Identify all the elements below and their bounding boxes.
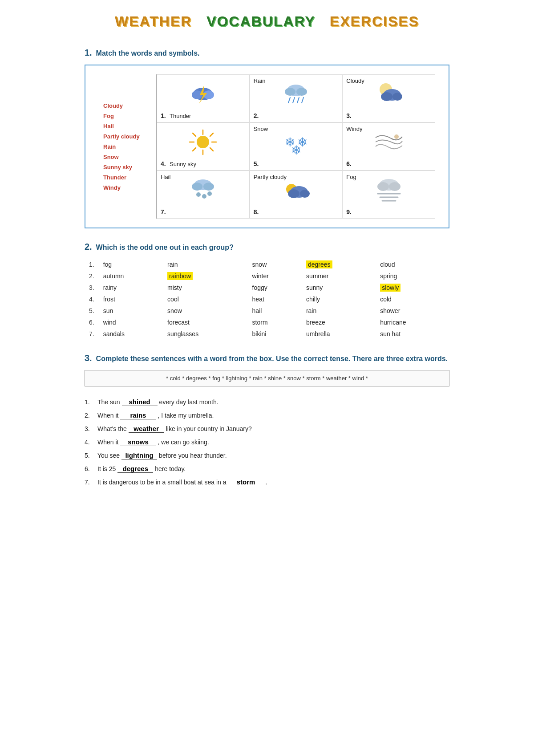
svg-point-13 [381, 92, 392, 101]
svg-point-30 [203, 183, 214, 191]
section3: 3. Complete these sentences with a word … [85, 353, 449, 489]
odd-word-cell: hurricane [376, 317, 449, 328]
answer-blank: snows [120, 438, 156, 446]
fog-icon [347, 175, 430, 206]
list-item: 3. What's the weather like in your count… [85, 422, 449, 435]
answer-blank: storm [228, 478, 264, 486]
odd-word-cell: sun [99, 305, 163, 317]
answer-blank: lightning [121, 451, 157, 459]
symbol-cell-2: Rain 2. [250, 74, 343, 122]
list-item: 6. It is 25 degrees here today. [85, 462, 449, 476]
sunny-icon [162, 126, 245, 158]
svg-line-22 [193, 148, 196, 151]
symbol-cell-3: Cloudy 3. [342, 74, 435, 122]
rain-icon [255, 78, 338, 110]
odd-word-cell: breeze [302, 317, 376, 328]
table-row: 1.fograinsnowdegreescloud [85, 259, 449, 270]
svg-line-20 [210, 148, 213, 151]
hail-icon [162, 175, 245, 206]
odd-word-cell: sandals [99, 328, 163, 340]
odd-word-cell: snow [163, 305, 247, 317]
svg-point-36 [288, 189, 299, 198]
odd-word-cell: rain [163, 259, 247, 270]
odd-word-cell: foggy [248, 282, 302, 293]
odd-word-cell: forecast [163, 317, 247, 328]
symbols-grid: 1. Thunder Rain [157, 74, 435, 219]
svg-point-5 [285, 88, 295, 96]
odd-word-cell: heat [248, 293, 302, 305]
thunder-icon [162, 78, 245, 110]
svg-point-32 [202, 194, 206, 199]
list-item: 1. The sun shined every day last month. [85, 395, 449, 409]
sentence-list: 1. The sun shined every day last month.2… [85, 395, 449, 489]
svg-text:❄: ❄ [291, 143, 301, 155]
svg-point-31 [196, 192, 201, 197]
odd-word-cell: slowly [376, 282, 449, 293]
svg-point-29 [192, 183, 202, 191]
odd-word-cell: autumn [99, 270, 163, 282]
svg-point-40 [389, 182, 400, 191]
odd-word-cell: cold [376, 293, 449, 305]
section2: 2. Which is the odd one out in each grou… [85, 242, 449, 340]
odd-word-cell: bikini [248, 328, 302, 340]
odd-word-cell: summer [302, 270, 376, 282]
svg-point-27 [394, 134, 399, 139]
svg-line-19 [193, 133, 196, 136]
odd-word-cell: frost [99, 293, 163, 305]
symbol-cell-7: Hail 7. [157, 171, 250, 219]
section2-header: 2. Which is the odd one out in each grou… [85, 242, 449, 252]
table-row: 5.sunsnowhailrainshower [85, 305, 449, 317]
svg-line-7 [288, 98, 290, 103]
odd-word-cell: sunny [302, 282, 376, 293]
section1: 1. Match the words and symbols. Cloudy F… [85, 48, 449, 228]
odd-word-cell: hail [248, 305, 302, 317]
symbol-cell-4: 4. Sunny sky [157, 122, 250, 171]
answer-blank: shined [122, 398, 158, 406]
symbol-cell-6: Windy 6. [342, 122, 435, 171]
odd-word-cell: spring [376, 270, 449, 282]
odd-word-cell: sunglasses [163, 328, 247, 340]
symbol-cell-5: Snow ❄ ❄ ❄ 5. [250, 122, 343, 171]
answer-blank: rains [120, 411, 156, 419]
svg-point-23 [197, 136, 209, 148]
page-title: WEATHER VOCABULARY EXERCISES [85, 9, 449, 34]
section3-header: 3. Complete these sentences with a word … [85, 353, 449, 363]
odd-one-out-table: 1.fograinsnowdegreescloud2.autumnrainbow… [85, 259, 449, 340]
odd-word-cell: degrees [302, 259, 376, 270]
odd-word-cell: cool [163, 293, 247, 305]
odd-word-cell: cloud [376, 259, 449, 270]
svg-point-37 [300, 190, 310, 198]
odd-word-cell: chilly [302, 293, 376, 305]
odd-word-cell: wind [99, 317, 163, 328]
list-item: 2. When it rains , I take my umbrella. [85, 409, 449, 422]
word-list: Cloudy Fog Hail Partly cloudy Rain Snow … [94, 74, 157, 219]
odd-word-cell: rainy [99, 282, 163, 293]
svg-point-39 [377, 182, 389, 191]
odd-word-cell: sun hat [376, 328, 449, 340]
odd-word-cell: misty [163, 282, 247, 293]
svg-point-6 [296, 88, 307, 96]
answer-blank: degrees [117, 465, 153, 473]
section1-header: 1. Match the words and symbols. [85, 48, 449, 58]
odd-word-cell: rainbow [163, 270, 247, 282]
word-box: * cold * degrees * fog * lightning * rai… [85, 370, 449, 386]
list-item: 7. It is dangerous to be in a small boat… [85, 476, 449, 489]
odd-word-cell: rain [302, 305, 376, 317]
list-item: 5. You see lightning before you hear thu… [85, 449, 449, 462]
svg-line-10 [302, 98, 303, 103]
odd-word-cell: fog [99, 259, 163, 270]
symbol-cell-8: Partly cloudy 8. [250, 171, 343, 219]
table-row: 3.rainymistyfoggysunnyslowly [85, 282, 449, 293]
table-row: 6.windforecaststormbreezehurricane [85, 317, 449, 328]
symbol-cell-1: 1. Thunder [157, 74, 250, 122]
svg-point-33 [207, 191, 212, 196]
odd-word-cell: shower [376, 305, 449, 317]
odd-word-cell: umbrella [302, 328, 376, 340]
odd-word-cell: storm [248, 317, 302, 328]
symbol-cell-9: Fog 9. [342, 171, 435, 219]
match-container: Cloudy Fog Hail Partly cloudy Rain Snow … [85, 65, 449, 228]
table-row: 7.sandalssunglassesbikiniumbrellasun hat [85, 328, 449, 340]
svg-point-14 [392, 93, 402, 101]
answer-blank: weather [129, 425, 164, 433]
svg-line-8 [293, 98, 295, 103]
